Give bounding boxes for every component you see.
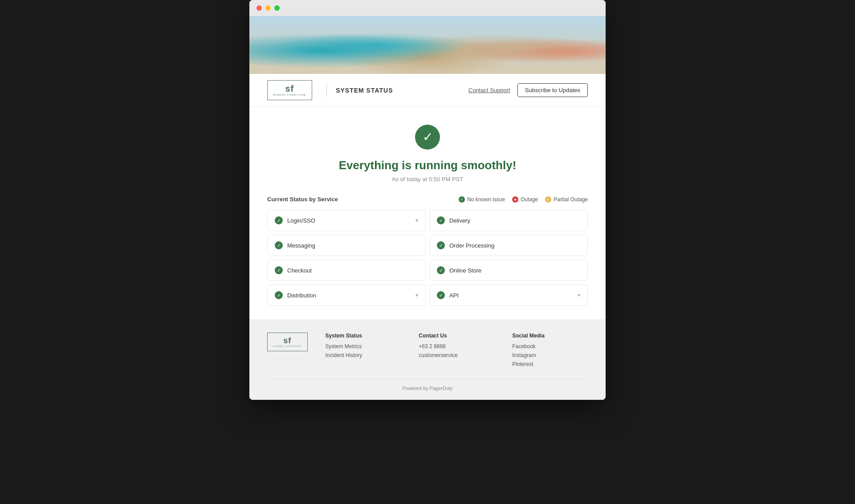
footer-col-title: Social Media — [512, 333, 588, 339]
service-check-icon: ✓ — [275, 241, 283, 249]
service-left: ✓Order Processing — [437, 241, 494, 249]
footer-col-1: Contact Us+63 2 8888customerservice — [419, 333, 494, 370]
service-item[interactable]: ✓Online Store — [429, 260, 588, 281]
service-item[interactable]: ✓Distribution▾ — [267, 285, 426, 306]
check-mark: ✓ — [439, 243, 443, 248]
service-item[interactable]: ✓Messaging — [267, 235, 426, 256]
main-content: ✓ Everything is running smoothly! As of … — [249, 107, 606, 196]
chevron-down-icon[interactable]: ▾ — [578, 292, 580, 298]
legend-partial-label: Partial Outage — [554, 196, 588, 203]
service-check-icon: ✓ — [437, 266, 445, 274]
footer-logo: sf SUNDAY FURNITURE — [267, 333, 308, 351]
check-mark: ✓ — [439, 293, 443, 298]
footer-col-title: System Status — [326, 333, 401, 339]
chevron-down-icon[interactable]: ▾ — [415, 217, 418, 224]
service-name: Online Store — [449, 267, 481, 274]
service-left: ✓Login/SSO — [275, 216, 315, 224]
footer-col-2: Social MediaFacebookInstagramPinterest — [512, 333, 588, 370]
service-left: ✓Messaging — [275, 241, 315, 249]
logo-divider — [326, 84, 327, 97]
check-mark: ✓ — [277, 218, 281, 224]
legend-no-issue-label: No known issue — [467, 196, 505, 203]
furniture-overlay — [249, 16, 606, 74]
service-left: ✓Delivery — [437, 216, 470, 224]
services-title: Current Status by Service — [267, 196, 338, 203]
status-icon: ✓ — [415, 125, 440, 150]
legend-green-dot: ✓ — [459, 196, 465, 203]
status-heading: Everything is running smoothly! — [267, 159, 588, 172]
footer-link[interactable]: Facebook — [512, 343, 588, 350]
legend-partial: ! Partial Outage — [545, 196, 588, 203]
service-item[interactable]: ✓Checkout — [267, 260, 426, 281]
service-left: ✓Distribution — [275, 291, 316, 299]
footer: sf SUNDAY FURNITURE System StatusSystem … — [249, 319, 606, 400]
chevron-down-icon[interactable]: ▾ — [415, 292, 418, 298]
nav-title: SYSTEM STATUS — [336, 87, 393, 94]
logo-sub: SUNDAY FURNITURE — [273, 94, 306, 96]
traffic-light-yellow[interactable] — [265, 5, 271, 11]
service-check-icon: ✓ — [437, 241, 445, 249]
service-left: ✓API — [437, 291, 459, 299]
legend-yellow-dot: ! — [545, 196, 551, 203]
legend-no-issue: ✓ No known issue — [459, 196, 505, 203]
browser-window: sf SUNDAY FURNITURE SYSTEM STATUS Contac… — [249, 0, 606, 400]
footer-link[interactable]: System Metrics — [326, 343, 401, 350]
footer-link[interactable]: customerservice — [419, 352, 494, 358]
footer-logo-sub: SUNDAY FURNITURE — [273, 345, 302, 347]
service-check-icon: ✓ — [275, 216, 283, 224]
service-item[interactable]: ✓Login/SSO▾ — [267, 210, 426, 231]
service-name: Checkout — [287, 267, 312, 274]
navbar: sf SUNDAY FURNITURE SYSTEM STATUS Contac… — [249, 74, 606, 107]
service-left: ✓Online Store — [437, 266, 481, 274]
service-check-icon: ✓ — [275, 291, 283, 299]
check-mark: ✓ — [277, 243, 281, 248]
service-name: Messaging — [287, 242, 315, 249]
check-mark: ✓ — [277, 293, 281, 298]
footer-grid: sf SUNDAY FURNITURE System StatusSystem … — [267, 333, 588, 370]
subscribe-button[interactable]: Subscribe to Updates — [517, 83, 588, 97]
service-name: API — [449, 292, 459, 299]
browser-titlebar — [249, 0, 606, 16]
hero-image — [249, 16, 606, 74]
footer-logo-sf: sf — [283, 337, 291, 345]
services-section: Current Status by Service ✓ No known iss… — [249, 196, 606, 319]
legend-red-dot: ● — [512, 196, 518, 203]
service-name: Login/SSO — [287, 217, 315, 224]
services-header: Current Status by Service ✓ No known iss… — [267, 196, 588, 203]
powered-by: Powered by PagerDuty — [402, 386, 452, 391]
service-item[interactable]: ✓Order Processing — [429, 235, 588, 256]
legend-outage-label: Outage — [521, 196, 538, 203]
check-mark: ✓ — [439, 218, 443, 224]
check-mark: ✓ — [277, 268, 281, 273]
service-left: ✓Checkout — [275, 266, 312, 274]
traffic-light-red[interactable] — [256, 5, 262, 11]
check-icon: ✓ — [423, 131, 433, 143]
service-name: Delivery — [449, 217, 470, 224]
service-name: Order Processing — [449, 242, 494, 249]
contact-support-link[interactable]: Contact Support — [468, 87, 510, 93]
footer-col-title: Contact Us — [419, 333, 494, 339]
logo: sf SUNDAY FURNITURE — [267, 80, 312, 100]
footer-link[interactable]: Instagram — [512, 352, 588, 358]
service-check-icon: ✓ — [275, 266, 283, 274]
footer-logo-area: sf SUNDAY FURNITURE — [267, 333, 308, 370]
footer-bottom: Powered by PagerDuty — [267, 379, 588, 391]
traffic-light-green[interactable] — [274, 5, 280, 11]
footer-link[interactable]: +63 2 8888 — [419, 343, 494, 350]
footer-col-0: System StatusSystem MetricsIncident Hist… — [326, 333, 401, 370]
legend: ✓ No known issue ● Outage ! Partial Outa… — [459, 196, 588, 203]
service-item[interactable]: ✓API▾ — [429, 285, 588, 306]
legend-outage: ● Outage — [512, 196, 538, 203]
status-subtext: As of today at 5:50 PM PST — [267, 176, 588, 183]
footer-link[interactable]: Pinterest — [512, 361, 588, 367]
service-check-icon: ✓ — [437, 291, 445, 299]
service-name: Distribution — [287, 292, 316, 299]
service-check-icon: ✓ — [437, 216, 445, 224]
service-item[interactable]: ✓Delivery — [429, 210, 588, 231]
footer-link[interactable]: Incident History — [326, 352, 401, 358]
logo-sf: sf — [285, 84, 294, 93]
services-grid: ✓Login/SSO▾✓Delivery✓Messaging✓Order Pro… — [267, 210, 588, 306]
check-mark: ✓ — [439, 268, 443, 273]
